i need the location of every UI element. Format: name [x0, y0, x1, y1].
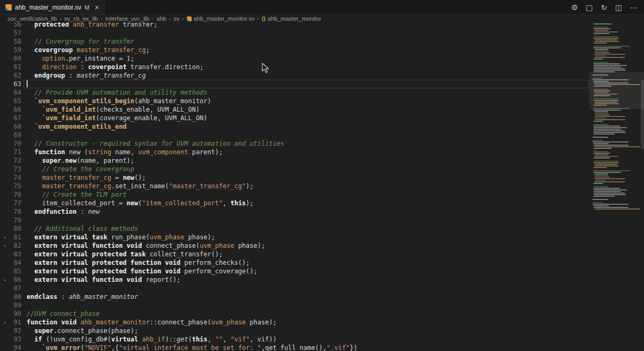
code-line[interactable]: 62 endgroup : master_transfer_cg: [0, 71, 589, 80]
line-number[interactable]: 94: [10, 344, 21, 351]
line-number[interactable]: 74: [10, 173, 21, 182]
minimap[interactable]: [589, 22, 644, 351]
code-line[interactable]: 74 master_transfer_cg = new();: [0, 173, 589, 182]
line-number[interactable]: 69: [10, 131, 21, 139]
line-number[interactable]: 73: [10, 165, 21, 173]
code-line[interactable]: 64 // Provide UVM automation and utility…: [0, 88, 589, 97]
close-tab-icon[interactable]: ×: [95, 4, 99, 11]
code-line[interactable]: ▵86 extern virtual function void report(…: [0, 275, 589, 284]
line-number[interactable]: 61: [10, 63, 21, 71]
split-editor-icon[interactable]: ◫: [615, 4, 622, 11]
code-line[interactable]: 69: [0, 131, 589, 139]
line-number[interactable]: 78: [10, 207, 21, 216]
line-number[interactable]: 89: [10, 301, 21, 310]
code-line[interactable]: 92 super.connect_phase(phase);: [0, 327, 589, 335]
settings-gear-icon[interactable]: ⚙: [571, 4, 578, 11]
line-number[interactable]: 62: [10, 71, 21, 80]
breadcrumb-item[interactable]: ahb: [156, 15, 166, 22]
line-number[interactable]: 84: [10, 258, 21, 267]
extern-marker-icon[interactable]: ▵: [0, 275, 10, 284]
line-number[interactable]: 86: [10, 275, 21, 284]
breadcrumb-item[interactable]: sv: [174, 15, 179, 22]
line-number[interactable]: 93: [10, 335, 21, 344]
layout-panel-icon[interactable]: ▢: [586, 4, 593, 11]
line-number[interactable]: 57: [10, 29, 21, 37]
tab-ahb-master-monitor[interactable]: ahb_master_monitor.sv M ×: [0, 0, 105, 14]
code-line[interactable]: 77 item_collected_port = new("item_colle…: [0, 199, 589, 207]
code-line[interactable]: 60 option.per_instance = 1;: [0, 54, 589, 63]
line-number[interactable]: 60: [10, 54, 21, 63]
code-line[interactable]: 90//UVM connect_phase: [0, 310, 589, 318]
line-number[interactable]: 58: [10, 37, 21, 46]
line-number[interactable]: 63: [10, 80, 21, 88]
code-line[interactable]: 78 endfunction : new: [0, 207, 589, 216]
line-number[interactable]: 56: [10, 22, 21, 29]
code-line[interactable]: ▵81 extern virtual task run_phase(uvm_ph…: [0, 233, 589, 241]
line-number[interactable]: 91: [10, 318, 21, 327]
code-line[interactable]: 70 // Constructor - required syntax for …: [0, 139, 589, 148]
line-number[interactable]: 87: [10, 284, 21, 292]
breadcrumb-item[interactable]: {}ahb_master_monitor: [262, 15, 321, 22]
code-line[interactable]: 76 // Create the TLM port: [0, 190, 589, 199]
line-number[interactable]: 66: [10, 105, 21, 114]
code-line[interactable]: 59 covergroup master_transfer_cg;: [0, 46, 589, 54]
line-number[interactable]: 90: [10, 310, 21, 318]
breadcrumb-item[interactable]: ahb_master_monitor.sv: [187, 15, 254, 22]
code-line[interactable]: ▵82 extern virtual function void connect…: [0, 241, 589, 250]
line-number[interactable]: 76: [10, 190, 21, 199]
line-number[interactable]: 85: [10, 267, 21, 275]
code-line[interactable]: 75 master_transfer_cg.set_inst_name("mas…: [0, 182, 589, 190]
code-line[interactable]: 56 protected ahb_transfer transfer;: [0, 22, 589, 29]
line-number[interactable]: 79: [10, 216, 21, 224]
line-number[interactable]: 67: [10, 114, 21, 122]
code-line[interactable]: 61 direction : coverpoint transfer.direc…: [0, 63, 589, 71]
code-line[interactable]: 63: [0, 80, 589, 88]
scrollbar-thumb[interactable]: [641, 80, 644, 149]
breadcrumb-item[interactable]: interface_uvc_lib: [105, 15, 150, 22]
code-line[interactable]: 67 `uvm_field_int(coverage_enable, UVM_A…: [0, 114, 589, 122]
minimap-slider[interactable]: [589, 72, 644, 109]
code-line[interactable]: 66 `uvm_field_int(checks_enable, UVM_ALL…: [0, 105, 589, 114]
code-line[interactable]: 84 extern virtual protected function voi…: [0, 258, 589, 267]
code-line[interactable]: 83 extern virtual protected task collect…: [0, 250, 589, 258]
code-line[interactable]: 57: [0, 29, 589, 37]
code-line[interactable]: 73 // Create the covergroup: [0, 165, 589, 173]
line-number[interactable]: 70: [10, 139, 21, 148]
extern-marker-icon[interactable]: ▵: [0, 318, 10, 327]
line-number[interactable]: 59: [10, 46, 21, 54]
sync-changes-icon[interactable]: ↻: [601, 4, 607, 11]
line-number[interactable]: 65: [10, 97, 21, 105]
code-line[interactable]: 80 // Additional class methods: [0, 224, 589, 233]
code-line[interactable]: 89: [0, 301, 589, 310]
code-line[interactable]: 87: [0, 284, 589, 292]
extern-marker-icon[interactable]: ▵: [0, 233, 10, 241]
line-number[interactable]: 88: [10, 292, 21, 301]
line-number[interactable]: 75: [10, 182, 21, 190]
line-number[interactable]: 81: [10, 233, 21, 241]
line-number[interactable]: 80: [10, 224, 21, 233]
code-editor[interactable]: 56 protected ahb_transfer transfer;5758 …: [0, 22, 644, 351]
code-line[interactable]: 93 if (!uvm_config_db#(virtual ahb_if)::…: [0, 335, 589, 344]
line-number[interactable]: 83: [10, 250, 21, 258]
code-line[interactable]: 65 `uvm_component_utils_begin(ahb_master…: [0, 97, 589, 105]
code-line[interactable]: 88endclass : ahb_master_monitor: [0, 292, 589, 301]
line-number[interactable]: 82: [10, 241, 21, 250]
code-line[interactable]: 79: [0, 216, 589, 224]
line-number[interactable]: 92: [10, 327, 21, 335]
line-number[interactable]: 71: [10, 148, 21, 156]
code-line[interactable]: 58 // Covergroup for transfer: [0, 37, 589, 46]
code-line[interactable]: 72 super.new(name, parent);: [0, 156, 589, 165]
line-number[interactable]: 72: [10, 156, 21, 165]
code-line[interactable]: 71 function new (string name, uvm_compon…: [0, 148, 589, 156]
more-actions-icon[interactable]: ⋯: [630, 4, 638, 11]
code-line[interactable]: 94 `uvm_error("NOVIF",{"virtual interfac…: [0, 344, 589, 351]
breadcrumb-item[interactable]: soc_verification_lib: [7, 15, 57, 22]
line-number[interactable]: 68: [10, 122, 21, 131]
breadcrumb-item[interactable]: sv_cb_ex_lib: [64, 15, 98, 22]
line-number[interactable]: 64: [10, 88, 21, 97]
line-number[interactable]: 77: [10, 199, 21, 207]
code-line[interactable]: 85 extern virtual protected function voi…: [0, 267, 589, 275]
code-line[interactable]: ▵91function void ahb_master_monitor::con…: [0, 318, 589, 327]
extern-marker-icon[interactable]: ▵: [0, 241, 10, 250]
code-line[interactable]: 68 `uvm_component_utils_end: [0, 122, 589, 131]
